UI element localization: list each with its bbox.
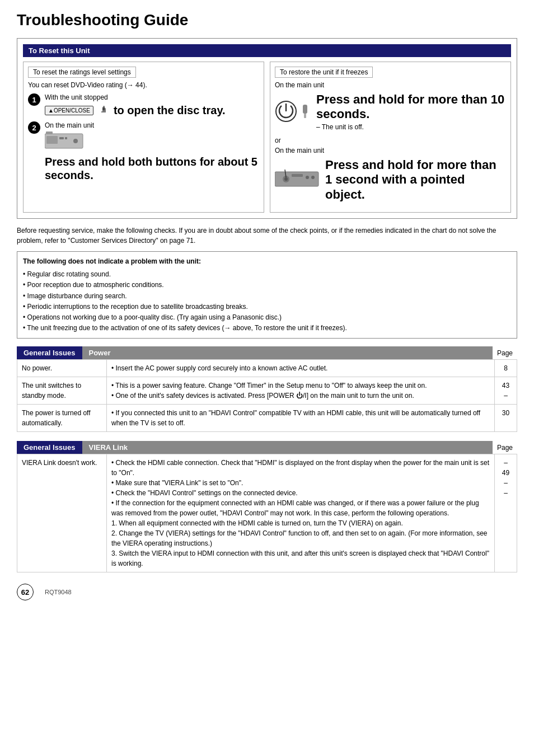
two-column-layout: To reset the ratings level settings You … — [23, 62, 511, 213]
note-box-list: Regular disc rotating sound.Poor recepti… — [23, 269, 511, 334]
svg-point-15 — [311, 176, 315, 179]
note-box-header: The following does not indicate a proble… — [23, 256, 511, 267]
restore-part1-action: Press and hold for more than 10 seconds.… — [316, 92, 506, 131]
step-1-number: 1 — [28, 93, 40, 106]
step-1-text: to open the disc tray. — [114, 104, 226, 117]
reset-section-header: To Reset this Unit — [23, 44, 511, 57]
restore-part1-row: Press and hold for more than 10 seconds.… — [275, 92, 506, 131]
table-power-section: General Issues Power Page No power.• Ins… — [17, 346, 517, 432]
step-2-content: On the main unit Press and hold both but… — [45, 121, 259, 182]
step-1-action-row: ▲OPEN/CLOSE to open the disc tray. — [45, 104, 226, 117]
remote-icon — [299, 105, 311, 118]
table-power-header-page: Page — [493, 347, 517, 359]
step-2-label: On the main unit — [45, 121, 259, 129]
power-button-area — [275, 100, 311, 123]
note-box-item: Image disturbance during search. — [23, 291, 511, 302]
svg-rect-3 — [65, 137, 67, 139]
table-power-header-row: General Issues Power Page — [17, 346, 517, 359]
step-1-content: With the unit stopped ▲OPEN/CLOSE to ope… — [45, 93, 226, 117]
step-1-label: With the unit stopped — [45, 93, 226, 101]
svg-point-14 — [306, 176, 309, 179]
page-footer: 62 RQT9048 — [17, 584, 517, 600]
table-cell-page: – 49 – – — [495, 454, 517, 572]
step-2-action-row: Press and hold both buttons for about 5 … — [45, 132, 259, 182]
note-box-item: Regular disc rotating sound. — [23, 269, 511, 280]
table-viera-header-page: Page — [493, 442, 517, 454]
dvd-device-icon — [45, 132, 84, 151]
note-box-item: Poor reception due to atmospheric condit… — [23, 280, 511, 290]
open-close-icon: ▲OPEN/CLOSE — [45, 106, 93, 115]
page-title: Troubleshooting Guide — [17, 11, 517, 29]
svg-point-4 — [73, 139, 78, 143]
table-cell-remedy: • This is a power saving feature. Change… — [107, 377, 495, 405]
reset-intro: You can reset DVD-Video rating (→ 44). — [28, 81, 259, 89]
reset-hole-device-icon — [275, 170, 320, 190]
table-viera-header-mid: VIERA Link — [82, 441, 493, 454]
table-viera: VIERA Link doesn't work.• Check the HDMI… — [17, 454, 517, 572]
table-power-header-left: General Issues — [17, 346, 82, 359]
table-cell-issue: The unit switches to standby mode. — [17, 377, 107, 405]
svg-rect-1 — [46, 136, 58, 144]
svg-point-12 — [284, 177, 288, 181]
step-1: 1 With the unit stopped ▲OPEN/CLOSE to o… — [28, 93, 259, 117]
table-row: No power.• Insert the AC power supply co… — [17, 360, 517, 377]
restore-box: To restore the unit if it freezes On the… — [270, 62, 511, 213]
table-row: VIERA Link doesn't work.• Check the HDMI… — [17, 454, 517, 572]
table-viera-header-row: General Issues VIERA Link Page — [17, 441, 517, 454]
table-cell-page: 43 – — [495, 377, 517, 405]
note-box-item: The unit freezing due to the activation … — [23, 323, 511, 334]
table-cell-remedy: • If you connected this unit to an "HDAV… — [107, 405, 495, 432]
restore-part2-row: Press and hold for more than 1 second wi… — [275, 158, 506, 202]
svg-rect-9 — [304, 114, 306, 118]
reset-box-title: To reset the ratings level settings — [28, 67, 136, 78]
step-2-text: Press and hold both buttons for about 5 … — [45, 155, 259, 182]
restore-part2-label: On the main unit — [275, 147, 506, 154]
step-2-number: 2 — [28, 121, 40, 134]
step-2: 2 On the main unit Press and — [28, 121, 259, 182]
info-paragraph: Before requesting service, make the foll… — [17, 226, 517, 246]
table-cell-remedy: • Insert the AC power supply cord secure… — [107, 360, 495, 377]
svg-rect-13 — [292, 174, 303, 177]
reset-ratings-box: To reset the ratings level settings You … — [23, 62, 264, 213]
note-box-item: Operations not working due to a poor-qua… — [23, 312, 511, 323]
restore-part1-label: On the main unit — [275, 81, 506, 89]
svg-rect-2 — [59, 137, 64, 139]
table-viera-header-left: General Issues — [17, 441, 82, 454]
page-number: 62 — [17, 584, 34, 600]
svg-rect-8 — [303, 105, 307, 114]
table-row: The power is turned off automatically.• … — [17, 405, 517, 432]
note-box-item: Periodic interruptions to the reception … — [23, 302, 511, 312]
table-cell-page: 30 — [495, 405, 517, 432]
table-power: No power.• Insert the AC power supply co… — [17, 359, 517, 432]
table-power-header-mid: Power — [82, 346, 493, 359]
note-box: The following does not indicate a proble… — [17, 251, 517, 339]
table-cell-issue: The power is turned off automatically. — [17, 405, 107, 432]
power-button-icon — [275, 100, 297, 123]
restore-box-title: To restore the unit if it freezes — [275, 67, 373, 78]
restore-part1-note: – The unit is off. — [316, 123, 506, 131]
device-reset-svg — [275, 170, 320, 189]
table-row: The unit switches to standby mode.• This… — [17, 377, 517, 405]
table-cell-issue: No power. — [17, 360, 107, 377]
or-divider: or — [275, 137, 506, 144]
hand-cursor-icon — [98, 105, 109, 116]
model-number: RQT9048 — [45, 589, 72, 595]
table-cell-page: 8 — [495, 360, 517, 377]
svg-rect-10 — [275, 172, 318, 186]
restore-part2-action: Press and hold for more than 1 second wi… — [325, 158, 506, 202]
table-cell-remedy: • Check the HDMI cable connection. Check… — [107, 454, 495, 572]
svg-rect-5 — [46, 132, 53, 134]
table-cell-issue: VIERA Link doesn't work. — [17, 454, 107, 572]
table-viera-section: General Issues VIERA Link Page VIERA Lin… — [17, 441, 517, 572]
reset-unit-section: To Reset this Unit To reset the ratings … — [17, 38, 517, 219]
